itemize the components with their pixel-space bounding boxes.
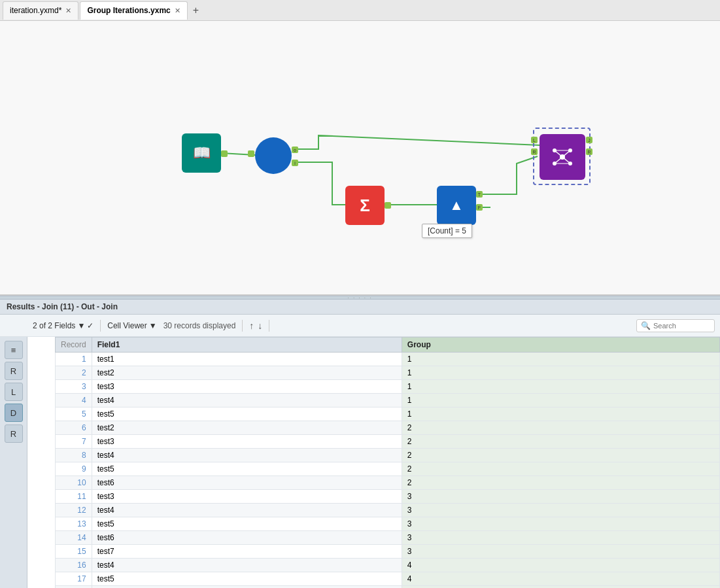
sidebar-icon-1[interactable]: R bbox=[5, 362, 23, 380]
node-book[interactable]: 📖 bbox=[182, 133, 221, 173]
table-cell: test7 bbox=[92, 545, 402, 559]
scroll-up-button[interactable]: ↑ bbox=[249, 320, 254, 331]
col-header-record: Record bbox=[56, 337, 92, 353]
table-cell: 3 bbox=[402, 531, 719, 545]
port-network-r-right: R bbox=[586, 148, 592, 155]
table-cell: test5 bbox=[92, 572, 402, 586]
port-network-l: L bbox=[531, 137, 538, 143]
table-cell: 16 bbox=[56, 559, 92, 572]
port-book-out bbox=[221, 150, 228, 157]
node-network[interactable] bbox=[540, 134, 585, 180]
port-book-in bbox=[248, 150, 254, 157]
separator-2 bbox=[242, 320, 243, 332]
port-network-r-left: R bbox=[531, 148, 538, 155]
table-cell: 2 bbox=[402, 421, 719, 435]
table-cell: test2 bbox=[92, 366, 402, 380]
tab-group-iterations[interactable]: Group Iterations.yxmc ✕ bbox=[80, 1, 187, 20]
col-header-group: Group bbox=[402, 337, 719, 353]
network-node-wrapper: L J R R bbox=[533, 128, 591, 185]
table-cell: 3 bbox=[402, 490, 719, 504]
table-row: 18test64 bbox=[56, 586, 720, 589]
table-cell: 4 bbox=[56, 394, 92, 407]
table-cell: 2 bbox=[56, 366, 92, 380]
svg-line-10 bbox=[555, 157, 562, 164]
results-toolbar: 2 of 2 Fields ▼ ✓ Cell Viewer ▼ 30 recor… bbox=[0, 315, 720, 337]
node-filter[interactable]: ▲ bbox=[437, 186, 476, 225]
table-cell: 7 bbox=[56, 435, 92, 449]
table-cell: test5 bbox=[92, 407, 402, 421]
table-row: 8test42 bbox=[56, 449, 720, 462]
table-row: 7test32 bbox=[56, 435, 720, 449]
table-cell: test1 bbox=[92, 353, 402, 366]
port-filter-f: F bbox=[476, 204, 483, 211]
records-displayed-text: 30 records displayed bbox=[163, 321, 236, 330]
cell-viewer-label: Cell Viewer bbox=[107, 321, 146, 330]
table-cell: 18 bbox=[56, 586, 92, 589]
table-cell: test3 bbox=[92, 380, 402, 394]
table-cell: test3 bbox=[92, 490, 402, 504]
table-cell: 3 bbox=[402, 545, 719, 559]
results-panel: Results - Join (11) - Out - Join 2 of 2 … bbox=[0, 300, 720, 588]
search-icon: 🔍 bbox=[641, 321, 651, 330]
new-tab-button[interactable]: + bbox=[189, 3, 203, 18]
separator-3 bbox=[269, 320, 269, 332]
fields-button[interactable]: 2 of 2 Fields ▼ ✓ bbox=[33, 321, 94, 330]
node-circle[interactable] bbox=[255, 137, 292, 174]
table-cell: 17 bbox=[56, 572, 92, 586]
table-cell: 2 bbox=[402, 435, 719, 449]
tab-bar: iteration.yxmd* ✕ Group Iterations.yxmc … bbox=[0, 0, 720, 21]
table-row: 5test51 bbox=[56, 407, 720, 421]
table-row: 6test22 bbox=[56, 421, 720, 435]
table-cell: 15 bbox=[56, 545, 92, 559]
table-cell: 1 bbox=[402, 394, 719, 407]
table-cell: 9 bbox=[56, 462, 92, 476]
tooltip-count: [Count] = 5 bbox=[422, 224, 472, 238]
port-circle-i: i bbox=[292, 160, 298, 166]
table-row: 1test11 bbox=[56, 353, 720, 366]
table-cell: 3 bbox=[56, 380, 92, 394]
table-row: 3test31 bbox=[56, 380, 720, 394]
col-header-field1: Field1 bbox=[92, 337, 402, 353]
table-cell: test5 bbox=[92, 462, 402, 476]
results-table: Record Field1 Group 1test112test213test3… bbox=[55, 337, 720, 588]
port-filter-t: T bbox=[476, 191, 483, 198]
sidebar-icon-3[interactable]: D bbox=[5, 404, 23, 422]
sidebar-icon-4[interactable]: R bbox=[5, 424, 23, 443]
table-cell: 3 bbox=[402, 517, 719, 531]
scroll-down-button[interactable]: ↓ bbox=[258, 320, 262, 331]
table-cell: test4 bbox=[92, 449, 402, 462]
table-wrapper: Record Field1 Group 1test112test213test3… bbox=[55, 337, 720, 588]
search-input[interactable] bbox=[653, 322, 712, 330]
tab-iteration-close[interactable]: ✕ bbox=[65, 7, 71, 15]
sidebar-icon-0[interactable]: ≡ bbox=[5, 341, 23, 359]
table-cell: test6 bbox=[92, 476, 402, 490]
table-row: 16test44 bbox=[56, 559, 720, 572]
table-cell: 13 bbox=[56, 517, 92, 531]
tab-iteration[interactable]: iteration.yxmd* ✕ bbox=[3, 1, 78, 20]
svg-line-11 bbox=[562, 157, 570, 164]
table-cell: 10 bbox=[56, 476, 92, 490]
table-cell: 4 bbox=[402, 586, 719, 589]
table-row: 15test73 bbox=[56, 545, 720, 559]
table-cell: 1 bbox=[402, 353, 719, 366]
filter-icon: ▲ bbox=[449, 197, 464, 214]
table-cell: test4 bbox=[92, 394, 402, 407]
cell-viewer-button[interactable]: Cell Viewer ▼ bbox=[107, 321, 156, 330]
table-cell: test4 bbox=[92, 504, 402, 517]
svg-line-9 bbox=[562, 150, 570, 157]
separator-1 bbox=[100, 320, 101, 332]
port-summarize-out bbox=[385, 202, 391, 209]
connectors-svg bbox=[0, 21, 720, 294]
results-header: Results - Join (11) - Out - Join bbox=[0, 300, 720, 315]
sidebar-icon-2[interactable]: L bbox=[5, 383, 23, 401]
node-summarize[interactable]: Σ bbox=[345, 186, 385, 225]
tooltip-text: [Count] = 5 bbox=[428, 226, 466, 235]
table-row: 12test43 bbox=[56, 504, 720, 517]
canvas-area: 📖 o i Σ ▲ T F bbox=[0, 21, 720, 296]
tab-group-iterations-label: Group Iterations.yxmc bbox=[87, 6, 170, 15]
tab-iteration-label: iteration.yxmd* bbox=[10, 6, 61, 15]
table-cell: 6 bbox=[56, 421, 92, 435]
table-row: 2test21 bbox=[56, 366, 720, 380]
table-cell: 1 bbox=[56, 353, 92, 366]
tab-group-iterations-close[interactable]: ✕ bbox=[175, 7, 180, 15]
